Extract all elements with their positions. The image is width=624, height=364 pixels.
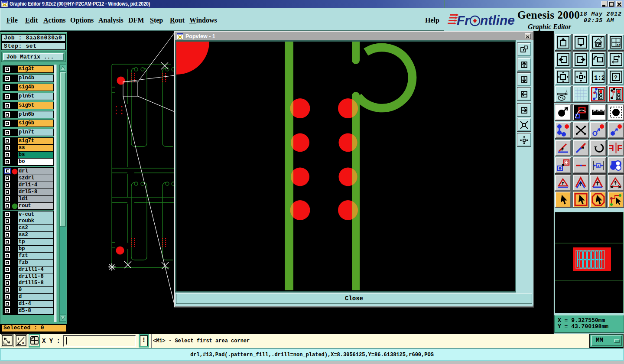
svg-text:α: α [22, 341, 24, 345]
svg-text:ntline: ntline [480, 13, 515, 27]
svg-text:Fr: Fr [457, 13, 471, 27]
svg-text:?: ? [614, 75, 618, 81]
svg-text:4: 4 [598, 164, 600, 168]
svg-text:XY: XY [617, 43, 621, 46]
svg-text:F: F [609, 143, 614, 153]
svg-text:1:2: 1:2 [594, 75, 605, 81]
svg-text:F: F [617, 143, 622, 153]
